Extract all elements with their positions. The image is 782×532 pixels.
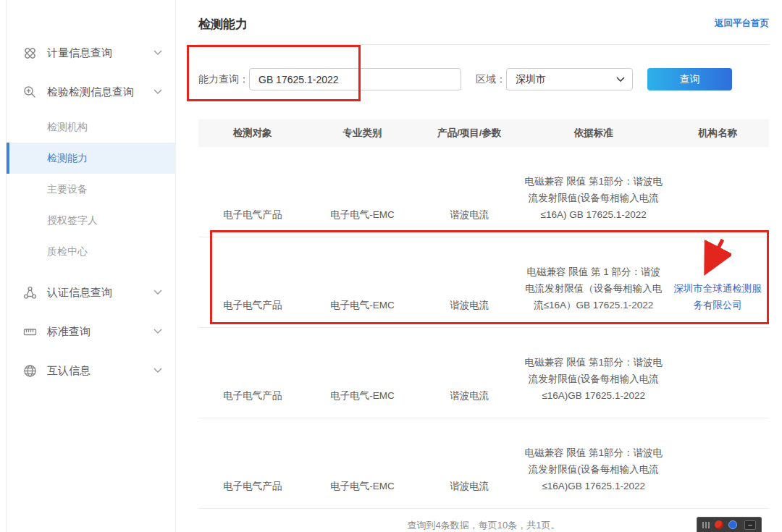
sidebar-subitem-label: 检测能力 (47, 152, 88, 165)
query-button[interactable]: 查询 (647, 68, 732, 90)
cell-standard: 电磁兼容 限值 第 1 部分：谐波电流发射限值（设备每相输入电流≤16A）GB … (521, 264, 666, 314)
col-header-product: 产品/项目/参数 (418, 127, 521, 140)
search-bar: 能力查询： 区域： 深圳市 查询 (198, 68, 769, 90)
col-header-org: 机构名称 (666, 127, 769, 140)
sidebar: 计量信息查询 检验检测信息查询 检测机构 检测能力 主要设备 授权签字人 (7, 0, 176, 532)
sidebar-subitem-authorized-signatory[interactable]: 授权签字人 (7, 205, 175, 236)
chevron-down-icon (154, 50, 162, 56)
col-header-standard: 依据标准 (521, 127, 666, 140)
table-row: 电子电气产品 电子电气-EMC 谐波电流 电磁兼容 限值 第 1 部分：谐波电流… (198, 237, 769, 328)
results-table: 检测对象 专业类别 产品/项目/参数 依据标准 机构名称 电子电气产品 电子电气… (198, 119, 769, 532)
page: 计量信息查询 检验检测信息查询 检测机构 检测能力 主要设备 授权签字人 (0, 0, 782, 532)
main-content: 检测能力 返回平台首页 能力查询： 区域： 深圳市 查询 检测对象 专业类别 产… (177, 0, 782, 532)
chevron-down-icon (154, 290, 162, 295)
certification-nodes-icon (22, 285, 37, 300)
globe-icon (22, 363, 37, 378)
gauge-crossed-icon (22, 46, 37, 60)
cell-product: 谐波电流 (418, 207, 521, 224)
pagination-summary: 查询到4条数据，每页10条，共1页。 (198, 519, 769, 532)
cell-standard: 电磁兼容 限值 第1部分：谐波电流发射限值(设备每相输入电流≤16A) GB 1… (521, 174, 666, 224)
cell-category: 电子电气-EMC (307, 388, 419, 405)
sidebar-subitem-main-equipment[interactable]: 主要设备 (7, 174, 175, 205)
chevron-down-icon (154, 329, 162, 334)
sidebar-item-certification-query[interactable]: 认证信息查询 (7, 273, 175, 312)
cell-object: 电子电气产品 (198, 297, 307, 314)
chevron-down-icon (154, 368, 162, 373)
cell-object: 电子电气产品 (198, 388, 307, 405)
drag-handle-icon[interactable] (702, 522, 710, 528)
sidebar-item-standard-query[interactable]: 标准查询 (7, 312, 175, 351)
blue-globe-icon[interactable] (728, 520, 737, 529)
cell-category: 电子电气-EMC (307, 297, 419, 314)
sidebar-item-inspection-query[interactable]: 检验检测信息查询 (7, 72, 175, 111)
sidebar-subitem-label: 授权签字人 (47, 214, 98, 227)
table-header-row: 检测对象 专业类别 产品/项目/参数 依据标准 机构名称 (198, 119, 769, 147)
sidebar-subitem-label: 质检中心 (47, 245, 88, 258)
col-header-object: 检测对象 (198, 127, 307, 140)
cell-category: 电子电气-EMC (307, 478, 419, 495)
cell-category: 电子电气-EMC (307, 207, 419, 224)
sidebar-item-label: 计量信息查询 (47, 46, 154, 60)
table-row: 电子电气产品 电子电气-EMC 谐波电流 电磁兼容 限值 第1部分：谐波电流发射… (198, 147, 769, 237)
cell-product: 谐波电流 (418, 297, 521, 314)
red-logo-icon[interactable] (715, 520, 723, 529)
sidebar-subitem-quality-center[interactable]: 质检中心 (7, 236, 175, 267)
cell-object: 电子电气产品 (198, 207, 307, 224)
sidebar-subitem-label: 检测机构 (47, 121, 88, 134)
capability-query-label: 能力查询： (198, 73, 249, 86)
sidebar-subitem-testing-org[interactable]: 检测机构 (7, 111, 175, 143)
cell-product: 谐波电流 (418, 388, 521, 405)
sidebar-subitem-testing-capability[interactable]: 检测能力 (7, 143, 175, 174)
table-row: 电子电气产品 电子电气-EMC 谐波电流 电磁兼容 限值 第1部分：谐波电流发射… (198, 328, 769, 418)
sidebar-item-mutual-recognition[interactable]: 互认信息 (7, 351, 175, 390)
cell-object: 电子电气产品 (198, 478, 307, 495)
cell-standard: 电磁兼容 限值 第1部分：谐波电流发射限值(设备每相输入电流≤16A)GB 17… (521, 355, 666, 405)
ruler-icon (22, 324, 37, 339)
search-plus-icon (22, 85, 37, 99)
region-select[interactable]: 深圳市 (506, 68, 633, 90)
title-divider (198, 44, 769, 45)
back-to-home-link[interactable]: 返回平台首页 (715, 17, 769, 30)
table-row: 电子电气产品 电子电气-EMC 谐波电流 电磁兼容 限值 第1部分：谐波电流发射… (198, 418, 769, 509)
col-header-category: 专业类别 (307, 127, 419, 140)
page-title: 检测能力 (177, 0, 782, 33)
select-chevron-icon (616, 77, 625, 83)
chevron-down-icon (154, 89, 162, 95)
region-select-value: 深圳市 (516, 73, 616, 86)
minimize-button[interactable]: − (744, 520, 756, 530)
sidebar-item-label: 检验检测信息查询 (47, 85, 154, 99)
org-link[interactable]: 深圳市全球通检测服务有限公司 (670, 281, 765, 314)
sidebar-item-metrology-query[interactable]: 计量信息查询 (7, 33, 175, 72)
sidebar-item-label: 认证信息查询 (47, 286, 154, 300)
cell-product: 谐波电流 (418, 478, 521, 495)
cell-org: 深圳市全球通检测服务有限公司 (666, 281, 769, 314)
sidebar-item-label: 互认信息 (47, 364, 154, 378)
sidebar-subitem-label: 主要设备 (47, 183, 88, 196)
cell-standard: 电磁兼容 限值 第1部分：谐波电流发射限值(设备每相输入电流≤16A)GB 17… (521, 445, 666, 495)
region-label: 区域： (476, 73, 506, 86)
capability-query-input[interactable] (249, 68, 461, 90)
floating-toolbar[interactable]: − (697, 517, 762, 532)
sidebar-item-label: 标准查询 (47, 325, 154, 339)
